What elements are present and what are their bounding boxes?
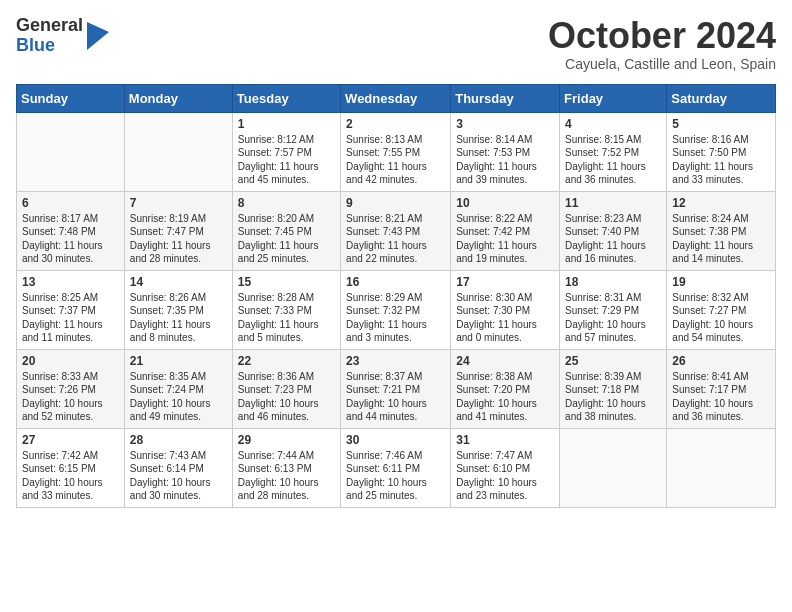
calendar-cell: 1Sunrise: 8:12 AMSunset: 7:57 PMDaylight…: [232, 112, 340, 191]
day-number: 18: [565, 275, 661, 289]
logo-icon: [87, 22, 109, 50]
day-info: Sunrise: 8:14 AMSunset: 7:53 PMDaylight:…: [456, 134, 537, 186]
day-number: 10: [456, 196, 554, 210]
calendar-cell: 19Sunrise: 8:32 AMSunset: 7:27 PMDayligh…: [667, 270, 776, 349]
weekday-header: Thursday: [451, 84, 560, 112]
calendar-cell: 11Sunrise: 8:23 AMSunset: 7:40 PMDayligh…: [560, 191, 667, 270]
day-number: 12: [672, 196, 770, 210]
day-info: Sunrise: 8:24 AMSunset: 7:38 PMDaylight:…: [672, 213, 753, 265]
calendar-cell: 29Sunrise: 7:44 AMSunset: 6:13 PMDayligh…: [232, 428, 340, 507]
day-number: 14: [130, 275, 227, 289]
month-title: October 2024: [548, 16, 776, 56]
day-info: Sunrise: 8:39 AMSunset: 7:18 PMDaylight:…: [565, 371, 646, 423]
day-number: 29: [238, 433, 335, 447]
day-info: Sunrise: 8:26 AMSunset: 7:35 PMDaylight:…: [130, 292, 211, 344]
day-number: 11: [565, 196, 661, 210]
day-info: Sunrise: 8:36 AMSunset: 7:23 PMDaylight:…: [238, 371, 319, 423]
day-info: Sunrise: 8:29 AMSunset: 7:32 PMDaylight:…: [346, 292, 427, 344]
day-info: Sunrise: 8:17 AMSunset: 7:48 PMDaylight:…: [22, 213, 103, 265]
calendar-week-row: 1Sunrise: 8:12 AMSunset: 7:57 PMDaylight…: [17, 112, 776, 191]
day-info: Sunrise: 8:22 AMSunset: 7:42 PMDaylight:…: [456, 213, 537, 265]
day-number: 26: [672, 354, 770, 368]
weekday-header: Sunday: [17, 84, 125, 112]
day-number: 28: [130, 433, 227, 447]
calendar-cell: [560, 428, 667, 507]
day-info: Sunrise: 8:16 AMSunset: 7:50 PMDaylight:…: [672, 134, 753, 186]
day-info: Sunrise: 7:44 AMSunset: 6:13 PMDaylight:…: [238, 450, 319, 502]
day-number: 9: [346, 196, 445, 210]
calendar-cell: [124, 112, 232, 191]
day-info: Sunrise: 8:23 AMSunset: 7:40 PMDaylight:…: [565, 213, 646, 265]
calendar-cell: 16Sunrise: 8:29 AMSunset: 7:32 PMDayligh…: [341, 270, 451, 349]
day-number: 5: [672, 117, 770, 131]
day-number: 22: [238, 354, 335, 368]
day-info: Sunrise: 7:43 AMSunset: 6:14 PMDaylight:…: [130, 450, 211, 502]
calendar-cell: 25Sunrise: 8:39 AMSunset: 7:18 PMDayligh…: [560, 349, 667, 428]
weekday-header: Saturday: [667, 84, 776, 112]
day-number: 20: [22, 354, 119, 368]
day-number: 23: [346, 354, 445, 368]
subtitle: Cayuela, Castille and Leon, Spain: [548, 56, 776, 72]
day-number: 4: [565, 117, 661, 131]
calendar-cell: 31Sunrise: 7:47 AMSunset: 6:10 PMDayligh…: [451, 428, 560, 507]
calendar-cell: [667, 428, 776, 507]
calendar-cell: 15Sunrise: 8:28 AMSunset: 7:33 PMDayligh…: [232, 270, 340, 349]
day-number: 25: [565, 354, 661, 368]
weekday-header: Tuesday: [232, 84, 340, 112]
calendar-cell: 10Sunrise: 8:22 AMSunset: 7:42 PMDayligh…: [451, 191, 560, 270]
calendar-week-row: 20Sunrise: 8:33 AMSunset: 7:26 PMDayligh…: [17, 349, 776, 428]
day-number: 19: [672, 275, 770, 289]
calendar-cell: 21Sunrise: 8:35 AMSunset: 7:24 PMDayligh…: [124, 349, 232, 428]
day-number: 30: [346, 433, 445, 447]
day-info: Sunrise: 8:31 AMSunset: 7:29 PMDaylight:…: [565, 292, 646, 344]
calendar-cell: 9Sunrise: 8:21 AMSunset: 7:43 PMDaylight…: [341, 191, 451, 270]
day-number: 6: [22, 196, 119, 210]
calendar-cell: 26Sunrise: 8:41 AMSunset: 7:17 PMDayligh…: [667, 349, 776, 428]
day-number: 24: [456, 354, 554, 368]
calendar-week-row: 6Sunrise: 8:17 AMSunset: 7:48 PMDaylight…: [17, 191, 776, 270]
calendar-cell: 23Sunrise: 8:37 AMSunset: 7:21 PMDayligh…: [341, 349, 451, 428]
calendar-cell: 3Sunrise: 8:14 AMSunset: 7:53 PMDaylight…: [451, 112, 560, 191]
day-info: Sunrise: 8:32 AMSunset: 7:27 PMDaylight:…: [672, 292, 753, 344]
day-info: Sunrise: 8:13 AMSunset: 7:55 PMDaylight:…: [346, 134, 427, 186]
calendar-cell: 30Sunrise: 7:46 AMSunset: 6:11 PMDayligh…: [341, 428, 451, 507]
day-info: Sunrise: 8:41 AMSunset: 7:17 PMDaylight:…: [672, 371, 753, 423]
page-header: General Blue October 2024 Cayuela, Casti…: [16, 16, 776, 72]
day-info: Sunrise: 8:33 AMSunset: 7:26 PMDaylight:…: [22, 371, 103, 423]
svg-marker-0: [87, 22, 109, 50]
day-number: 1: [238, 117, 335, 131]
calendar-cell: [17, 112, 125, 191]
day-info: Sunrise: 8:25 AMSunset: 7:37 PMDaylight:…: [22, 292, 103, 344]
day-number: 13: [22, 275, 119, 289]
title-block: October 2024 Cayuela, Castille and Leon,…: [548, 16, 776, 72]
calendar-cell: 8Sunrise: 8:20 AMSunset: 7:45 PMDaylight…: [232, 191, 340, 270]
day-info: Sunrise: 7:46 AMSunset: 6:11 PMDaylight:…: [346, 450, 427, 502]
calendar-cell: 2Sunrise: 8:13 AMSunset: 7:55 PMDaylight…: [341, 112, 451, 191]
calendar-week-row: 27Sunrise: 7:42 AMSunset: 6:15 PMDayligh…: [17, 428, 776, 507]
calendar-cell: 22Sunrise: 8:36 AMSunset: 7:23 PMDayligh…: [232, 349, 340, 428]
calendar-cell: 5Sunrise: 8:16 AMSunset: 7:50 PMDaylight…: [667, 112, 776, 191]
day-number: 7: [130, 196, 227, 210]
calendar-cell: 13Sunrise: 8:25 AMSunset: 7:37 PMDayligh…: [17, 270, 125, 349]
day-number: 3: [456, 117, 554, 131]
day-info: Sunrise: 8:20 AMSunset: 7:45 PMDaylight:…: [238, 213, 319, 265]
calendar-week-row: 13Sunrise: 8:25 AMSunset: 7:37 PMDayligh…: [17, 270, 776, 349]
logo-general: General: [16, 15, 83, 35]
calendar-cell: 18Sunrise: 8:31 AMSunset: 7:29 PMDayligh…: [560, 270, 667, 349]
day-info: Sunrise: 8:38 AMSunset: 7:20 PMDaylight:…: [456, 371, 537, 423]
calendar-cell: 14Sunrise: 8:26 AMSunset: 7:35 PMDayligh…: [124, 270, 232, 349]
day-number: 2: [346, 117, 445, 131]
day-info: Sunrise: 8:37 AMSunset: 7:21 PMDaylight:…: [346, 371, 427, 423]
logo: General Blue: [16, 16, 109, 56]
calendar-table: SundayMondayTuesdayWednesdayThursdayFrid…: [16, 84, 776, 508]
day-info: Sunrise: 8:21 AMSunset: 7:43 PMDaylight:…: [346, 213, 427, 265]
day-number: 27: [22, 433, 119, 447]
day-info: Sunrise: 8:12 AMSunset: 7:57 PMDaylight:…: [238, 134, 319, 186]
calendar-cell: 28Sunrise: 7:43 AMSunset: 6:14 PMDayligh…: [124, 428, 232, 507]
weekday-header: Wednesday: [341, 84, 451, 112]
weekday-header: Friday: [560, 84, 667, 112]
day-number: 16: [346, 275, 445, 289]
calendar-cell: 6Sunrise: 8:17 AMSunset: 7:48 PMDaylight…: [17, 191, 125, 270]
day-number: 31: [456, 433, 554, 447]
calendar-cell: 24Sunrise: 8:38 AMSunset: 7:20 PMDayligh…: [451, 349, 560, 428]
